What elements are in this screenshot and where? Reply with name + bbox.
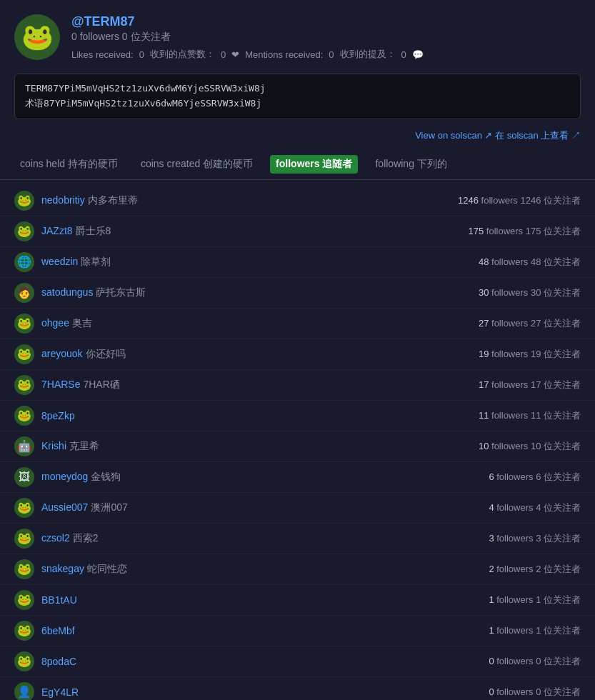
- tabs-row: coins held 持有的硬币 coins created 创建的硬币 fol…: [0, 149, 595, 180]
- list-item[interactable]: 🐸8peZkp11 followers 11 位关注者: [0, 401, 595, 431]
- likes-received-label: Likes received:: [71, 49, 134, 60]
- follower-username[interactable]: nedobritiy: [41, 194, 85, 206]
- followers-list: 🐸nedobritiy内多布里蒂1246 followers 1246 位关注者…: [0, 180, 595, 700]
- follower-count: 19: [479, 349, 489, 359]
- follower-cn-name: 除草剂: [81, 256, 111, 267]
- follower-count: 11: [479, 410, 489, 421]
- list-item[interactable]: 🤖Krishi克里希10 followers 10 位关注者: [0, 431, 595, 462]
- follower-avatar: 🌐: [14, 252, 34, 272]
- follower-username[interactable]: EgY4LR: [41, 686, 79, 698]
- list-item[interactable]: 🐸Aussie007澳洲0074 followers 4 位关注者: [0, 493, 595, 524]
- follower-username[interactable]: BB1tAU: [41, 594, 77, 606]
- list-item[interactable]: 🐸JAZzt8爵士乐8175 followers 175 位关注者: [0, 216, 595, 247]
- username[interactable]: @TERM87: [71, 14, 581, 29]
- follower-avatar: 🐸: [14, 406, 34, 426]
- follower-stats: 4 followers 4 位关注者: [489, 501, 581, 514]
- follower-count: 2: [489, 564, 494, 574]
- solscan-link[interactable]: View on solscan ↗ 在 solscan 上查看 ↗: [0, 126, 595, 149]
- follower-count: 175: [468, 226, 484, 236]
- follower-count: 1246: [458, 195, 479, 206]
- follower-username[interactable]: weedzin: [41, 256, 78, 267]
- followers-count: 0: [71, 31, 77, 42]
- follower-avatar: 🖼: [14, 467, 34, 487]
- follower-avatar: 🐸: [14, 375, 34, 395]
- avatar: 🐸: [14, 14, 60, 60]
- list-item[interactable]: 🌐weedzin除草剂48 followers 48 位关注者: [0, 247, 595, 278]
- list-item[interactable]: 👤EgY4LR0 followers 0 位关注者: [0, 677, 595, 700]
- mentions-label: Mentions received:: [245, 49, 323, 60]
- list-item[interactable]: 🐸areyouok你还好吗19 followers 19 位关注者: [0, 339, 595, 370]
- follower-cn-name: 萨托东古斯: [96, 286, 146, 298]
- address-line-2[interactable]: 术语87YPiM5mVqHS2tz1zuXv6dwM6YjeSSRVW3xiW8…: [25, 96, 570, 111]
- following-label: 位关注者: [131, 31, 171, 42]
- follower-name: 8podaC: [41, 656, 481, 667]
- follower-username[interactable]: Aussie007: [41, 501, 88, 513]
- tab-coins-held[interactable]: coins held 持有的硬币: [14, 155, 124, 174]
- follower-name: snakegay蛇同性恋: [41, 563, 481, 576]
- likes-count: 0: [139, 49, 144, 60]
- follower-stats: 17 followers 17 位关注者: [479, 379, 581, 391]
- likes-cn-label: 收到的点赞数：: [150, 48, 215, 61]
- follower-stats: 3 followers 3 位关注者: [489, 532, 581, 545]
- follower-cn-name: 你还好吗: [86, 348, 126, 359]
- tab-followers[interactable]: followers 追随者: [270, 155, 358, 174]
- follower-name: nedobritiy内多布里蒂: [41, 194, 451, 207]
- follower-stats: 1246 followers 1246 位关注者: [458, 194, 581, 207]
- follower-cn-name: 奥吉: [72, 317, 92, 329]
- follower-cn-name: 内多布里蒂: [88, 194, 138, 206]
- list-item[interactable]: 🧑satodungus萨托东古斯30 followers 30 位关注者: [0, 278, 595, 309]
- follower-stats: 30 followers 30 位关注者: [479, 286, 581, 299]
- follower-username[interactable]: 7HARSe: [41, 379, 80, 390]
- follower-count: 30: [479, 287, 489, 298]
- list-item[interactable]: 🐸nedobritiy内多布里蒂1246 followers 1246 位关注者: [0, 186, 595, 216]
- follower-count: 48: [479, 256, 489, 267]
- follower-count: 10: [479, 441, 489, 451]
- follower-username[interactable]: 8podaC: [41, 656, 76, 667]
- follower-username[interactable]: ohgee: [41, 317, 69, 329]
- follower-count: 0: [489, 656, 494, 666]
- address-line-1[interactable]: TERM87YPiM5mVqHS2tz1zuXv6dwM6YjeSSRVW3xi…: [25, 81, 570, 96]
- follower-stats: 10 followers 10 位关注者: [479, 440, 581, 453]
- follower-username[interactable]: satodungus: [41, 286, 93, 298]
- follower-username[interactable]: czsol2: [41, 532, 70, 544]
- follower-name: 8peZkp: [41, 410, 471, 421]
- follower-cn-name: 7HAR硒: [83, 379, 119, 390]
- follower-username[interactable]: Krishi: [41, 440, 66, 451]
- list-item[interactable]: 🐸snakegay蛇同性恋2 followers 2 位关注者: [0, 554, 595, 585]
- follower-name: Krishi克里希: [41, 440, 471, 453]
- tab-coins-created[interactable]: coins created 创建的硬币: [135, 155, 259, 174]
- list-item[interactable]: 🐸7HARSe7HAR硒17 followers 17 位关注者: [0, 370, 595, 401]
- list-item[interactable]: 🐸ohgee奥吉27 followers 27 位关注者: [0, 309, 595, 339]
- follower-name: Aussie007澳洲007: [41, 501, 481, 514]
- follower-username[interactable]: moneydog: [41, 471, 88, 482]
- list-item[interactable]: 🐸czsol2西索23 followers 3 位关注者: [0, 524, 595, 554]
- follower-username[interactable]: 6beMbf: [41, 625, 75, 636]
- follower-count: 6: [489, 471, 494, 482]
- tab-following[interactable]: following 下列的: [369, 155, 452, 174]
- follower-stats: 19 followers 19 位关注者: [479, 348, 581, 361]
- follower-stats: 175 followers 175 位关注者: [468, 225, 581, 238]
- follower-stats: 1 followers 1 位关注者: [489, 594, 581, 606]
- follower-name: EgY4LR: [41, 686, 481, 698]
- follower-avatar: 🐸: [14, 559, 34, 579]
- follower-name: 7HARSe7HAR硒: [41, 379, 471, 391]
- list-item[interactable]: 🐸8podaC0 followers 0 位关注者: [0, 646, 595, 677]
- mentions-cn-label: 收到的提及：: [340, 48, 396, 61]
- follower-name: czsol2西索2: [41, 532, 481, 545]
- follower-stats: 0 followers 0 位关注者: [489, 686, 581, 699]
- list-item[interactable]: 🖼moneydog金钱狗6 followers 6 位关注者: [0, 462, 595, 493]
- follower-avatar: 👤: [14, 682, 34, 700]
- follower-username[interactable]: areyouok: [41, 348, 83, 359]
- follower-count: 0: [489, 686, 494, 697]
- list-item[interactable]: 🐸BB1tAU1 followers 1 位关注者: [0, 585, 595, 616]
- follower-username[interactable]: snakegay: [41, 563, 84, 574]
- follower-avatar: 🤖: [14, 436, 34, 456]
- follower-name: weedzin除草剂: [41, 256, 471, 269]
- follower-avatar: 🐸: [14, 651, 34, 671]
- list-item[interactable]: 🐸6beMbf1 followers 1 位关注者: [0, 616, 595, 646]
- follower-avatar: 🐸: [14, 344, 34, 364]
- follower-name: moneydog金钱狗: [41, 471, 481, 484]
- follower-name: areyouok你还好吗: [41, 348, 471, 361]
- follower-username[interactable]: 8peZkp: [41, 410, 75, 421]
- follower-username[interactable]: JAZzt8: [41, 225, 73, 236]
